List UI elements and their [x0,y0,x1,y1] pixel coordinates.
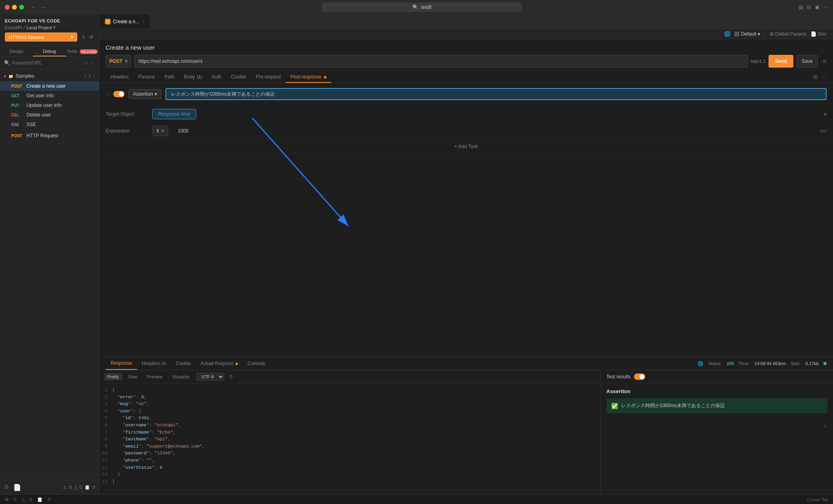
alert-icon: ⚠ [63,485,67,490]
project-name[interactable]: Local Project [26,25,52,30]
resp-tab-actual-request[interactable]: Actual Request [195,357,243,369]
sidebar-item-delete-user[interactable]: DEL Delete user [0,110,99,120]
tab-create-user[interactable]: E Create a n... × [99,14,150,28]
chevron-down-icon[interactable]: ▾ [53,25,56,30]
response-right-panel: Test results Assertion ✅ レスポンス時間が1000ms未… [601,370,833,494]
back-icon[interactable]: ← [30,4,36,10]
chevron-down-icon: ▾ [125,58,127,64]
collapse-panel-btn[interactable]: › [817,418,833,434]
assertion-result-text: レスポンス時間が1000ms未満であることの保証 [621,402,725,409]
send-button[interactable]: Send [769,55,793,68]
add-task-label: + Add Task [455,144,478,149]
method-select[interactable]: POST ▾ [106,55,131,68]
add-task-row[interactable]: + Add Task [99,139,833,155]
warning-count: 0 [30,497,32,502]
request-bar: POST ▾ http/1.1 Send Save ⊞ [106,55,827,68]
encoding-select[interactable]: UTF-8 [196,373,224,381]
collection-header-samples[interactable]: ▾ 📁 Samples ( 5 ) [0,71,99,81]
expand-icon[interactable]: ⊞ [813,74,818,80]
env-bar: 🌐 Default ▾ | ⊞ Global Params 📄 Doc [99,29,833,39]
global-params-btn[interactable]: ⊞ Global Params [770,31,807,37]
sidebar-item-create-user[interactable]: POST Create a new user [0,81,99,91]
headers-badge: (4) [161,361,166,366]
sidebar-item-http-request[interactable]: POST HTTP Request [0,131,99,141]
refresh-icon-btn[interactable]: ↺ [88,32,94,42]
tab-post-response[interactable]: Post-response [286,71,331,83]
search-input[interactable] [12,60,82,66]
assertion-text-input[interactable] [165,88,827,100]
code-line: 12 "userStatus": 0 [99,464,600,472]
more-icon[interactable]: ⋯ [90,60,95,66]
target-object-label: Target Object [106,111,146,117]
tab-pre-request[interactable]: Pre-request [251,71,286,83]
status-code: 200 [726,361,734,366]
collapse-icon[interactable]: › [822,421,827,431]
assertion-row: ⠿ Assertion ▾ [106,88,827,100]
upload-icon-btn[interactable]: ⇧ [80,32,87,42]
format-preview[interactable]: Preview [144,373,166,380]
expand-icon[interactable]: ⊞ [823,58,827,64]
test-results-toggle[interactable] [634,373,645,380]
sidebar-item-update-user[interactable]: PUT Update user info [0,100,99,110]
project-label: EchoAPI [5,25,22,30]
more-icon[interactable]: ⋯ [823,4,828,10]
minimize-traffic-light[interactable] [12,5,17,10]
tab-debug[interactable]: Debug [33,46,66,56]
maximize-traffic-light[interactable] [19,5,24,10]
http-request-button[interactable]: HTTP1/2 Request ▾ [5,32,77,42]
sidebar-toggle-icon[interactable]: ▤ [799,4,803,10]
errors-count: 0 [69,485,72,490]
tab-params[interactable]: Params [133,71,159,83]
more-icon[interactable]: ⋯ [821,74,827,80]
sidebar-bottom-icons: ⚙ 📄 [4,484,21,491]
sidebar-item-get-user[interactable]: GET Get user info [0,91,99,100]
sidebar-actions: HTTP1/2 Request ▾ ⇧ ↺ [5,32,94,42]
env-icon [734,32,739,36]
format-pretty[interactable]: Pretty [104,373,122,380]
save-button[interactable]: Save [797,55,818,68]
collection-count-num: 5 [89,74,91,78]
url-input[interactable] [134,55,748,68]
tab-close-btn[interactable]: × [142,19,144,24]
add-icon[interactable]: + [85,60,88,66]
resp-tab-console[interactable]: Console [243,357,270,369]
alert-triangle-icon: △ [74,485,77,490]
resp-tab-response[interactable]: Response [106,357,137,370]
response-tabs-bar: Response Headers (4) Cookie Actual Reque… [99,357,833,370]
tab-auth[interactable]: Auth [207,71,226,83]
format-raw[interactable]: Raw [125,373,141,380]
tab-headers[interactable]: Headers [106,71,133,83]
split-icon[interactable]: ⊟ [807,4,811,10]
assertion-type-btn[interactable]: Assertion ▾ [129,89,161,99]
content-area: E Create a n... × 🌐 Default ▾ | ⊞ Global… [99,14,833,494]
assertion-toggle[interactable] [113,91,125,97]
sidebar-item-label: SSE [26,122,36,127]
expression-op-select[interactable]: lt ▾ [152,126,168,136]
resp-tab-headers[interactable]: Headers (4) [137,357,171,369]
layout-icon[interactable]: ▣ [815,4,819,10]
resp-tab-cookie[interactable]: Cookie [171,357,195,369]
check-icon: ✅ [611,403,618,409]
tab-label: Create a n... [113,19,139,24]
settings-icon[interactable]: ⚙ [4,484,9,491]
urlbar[interactable]: 🔍 test8 [322,2,522,12]
code-line: 4 "user": { [99,408,600,415]
tab-body[interactable]: Body (1) [179,71,207,83]
code-line: 5 "id": 1461, [99,415,600,422]
file-icon[interactable]: 📄 [13,484,21,491]
format-visualize[interactable]: Visualize [169,373,193,380]
sidebar-item-sse[interactable]: SSE SSE [0,120,99,129]
target-response-time-btn[interactable]: Response time [152,109,196,119]
env-selector[interactable]: Default ▾ [734,31,760,37]
chevron-down-icon[interactable]: ▾ [824,111,827,117]
forward-icon[interactable]: → [40,4,46,10]
tab-design[interactable]: Design [0,46,33,56]
close-traffic-light[interactable] [5,5,10,10]
tab-cookie[interactable]: Cookie [226,71,251,83]
target-object-row: Target Object Response time ▾ [99,105,833,123]
doc-btn[interactable]: 📄 Doc [811,31,827,37]
tab-path[interactable]: Path [160,71,179,83]
warning-icon: △ [21,497,25,502]
copy-icon[interactable]: ⧉ [229,374,233,380]
tab-tests[interactable]: Tests No Limits [66,46,99,56]
